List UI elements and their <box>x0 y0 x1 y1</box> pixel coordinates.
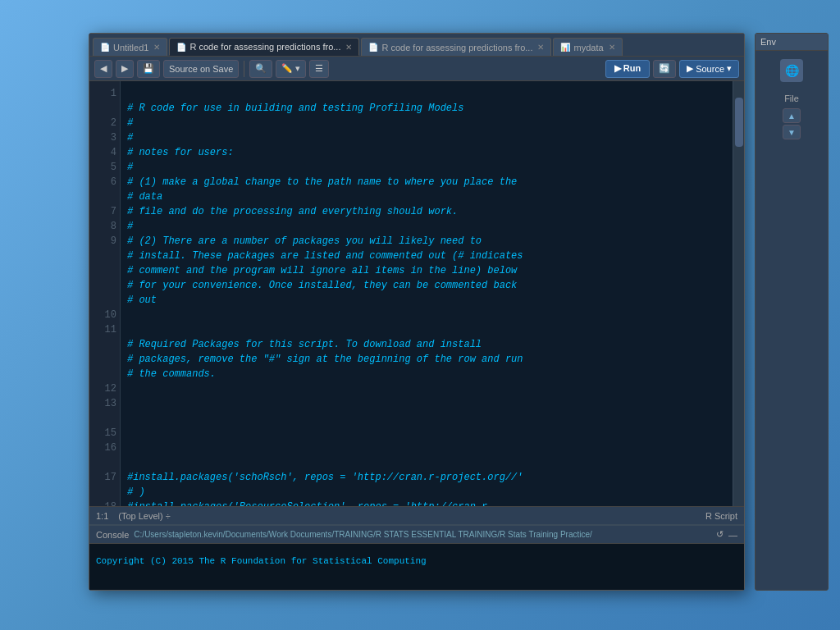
line-numbers: 1 2 3 4 5 6 7 8 9 10 11 <box>89 81 121 506</box>
right-panel: Env 🌐 File ▲ ▼ <box>755 33 829 591</box>
tab-label-rcode1: R code for assessing predictions fro... <box>189 42 340 52</box>
editor-scrollbar[interactable] <box>733 81 744 506</box>
run-label: ▶ Run <box>614 63 641 73</box>
tab-rcode1[interactable]: 📄 R code for assessing predictions fro..… <box>169 38 359 56</box>
tab-icon-mydata: 📊 <box>560 43 570 52</box>
forward-button[interactable]: ▶ <box>116 60 134 78</box>
edit-button[interactable]: ✏️ ▾ <box>276 60 306 78</box>
source-button[interactable]: ▶ Source ▾ <box>679 60 739 78</box>
tab-close-rcode1[interactable]: ✕ <box>345 43 352 52</box>
source-label: Source <box>696 64 724 74</box>
arrow-down-button[interactable]: ▼ <box>783 125 801 139</box>
editor-area: 1 2 3 4 5 6 7 8 9 10 11 <box>89 81 744 506</box>
tab-close-mydata[interactable]: ✕ <box>609 43 615 52</box>
tab-label-mydata: mydata <box>573 43 603 52</box>
console-text: Copyright (C) 2015 The R Foundation for … <box>96 556 427 566</box>
tab-icon-untitled1: 📄 <box>100 43 110 52</box>
tab-label-rcode2: R code for assessing predictions fro... <box>381 43 532 52</box>
editor-toolbar: ◀ ▶ 💾 Source on Save 🔍 ✏️ ▾ ☰ ▶ Run 🔄 ▶ … <box>89 57 744 81</box>
tab-mydata[interactable]: 📊 mydata ✕ <box>553 38 622 56</box>
tab-label-untitled1: Untitled1 <box>113 43 148 52</box>
tab-bar: 📄 Untitled1 ✕ 📄 R code for assessing pre… <box>89 34 744 57</box>
search-button[interactable]: 🔍 <box>249 60 272 78</box>
right-panel-title: Env <box>760 37 776 47</box>
source-arrow-icon: ▶ <box>687 63 693 74</box>
source-dropdown-icon: ▾ <box>727 63 732 74</box>
tab-rcode2[interactable]: 📄 R code for assessing predictions fro..… <box>361 38 551 56</box>
right-panel-body: 🌐 File ▲ ▼ <box>756 51 828 590</box>
tab-close-untitled1[interactable]: ✕ <box>153 43 160 52</box>
run-button[interactable]: ▶ Run <box>605 60 650 78</box>
tab-icon-rcode1: 📄 <box>176 43 186 52</box>
file-label: File <box>784 94 799 103</box>
console-minimize-icon[interactable]: — <box>728 530 737 540</box>
code-editor[interactable]: # R code for use in building and testing… <box>121 81 733 506</box>
globe-icon[interactable]: 🌐 <box>780 59 803 82</box>
console-path: C:/Users/stapleton.kevin/Documents/Work … <box>134 530 592 539</box>
cursor-position: 1:1 <box>96 511 108 521</box>
tab-icon-rcode2: 📄 <box>368 43 378 52</box>
tab-untitled1[interactable]: 📄 Untitled1 ✕ <box>93 38 167 56</box>
status-bar: 1:1 (Top Level) ÷ R Script <box>89 506 744 524</box>
rerun-button[interactable]: 🔄 <box>653 60 676 78</box>
console-area: Console C:/Users/stapleton.kevin/Documen… <box>89 524 744 590</box>
script-type: R Script <box>705 511 737 521</box>
scrollbar-thumb[interactable] <box>735 98 743 147</box>
console-refresh-icon[interactable]: ↺ <box>716 529 724 540</box>
right-panel-header: Env <box>756 34 828 51</box>
rstudio-editor-window: 📄 Untitled1 ✕ 📄 R code for assessing pre… <box>89 33 745 591</box>
console-header: Console C:/Users/stapleton.kevin/Documen… <box>89 526 744 544</box>
desktop: 📄 Untitled1 ✕ 📄 R code for assessing pre… <box>0 0 840 630</box>
nav-arrows: ▲ ▼ <box>783 108 801 139</box>
code-level: (Top Level) ÷ <box>118 511 171 521</box>
save-button[interactable]: 💾 <box>137 60 160 78</box>
source-on-save-label: Source on Save <box>169 64 233 74</box>
source-on-save-button[interactable]: Source on Save <box>163 60 239 78</box>
back-button[interactable]: ◀ <box>94 60 112 78</box>
toolbar-separator-1 <box>244 61 244 77</box>
tab-close-rcode2[interactable]: ✕ <box>537 43 544 52</box>
list-button[interactable]: ☰ <box>309 60 329 78</box>
console-label: Console <box>96 530 129 540</box>
console-output[interactable]: Copyright (C) 2015 The R Foundation for … <box>89 544 744 590</box>
arrow-up-button[interactable]: ▲ <box>783 108 801 123</box>
